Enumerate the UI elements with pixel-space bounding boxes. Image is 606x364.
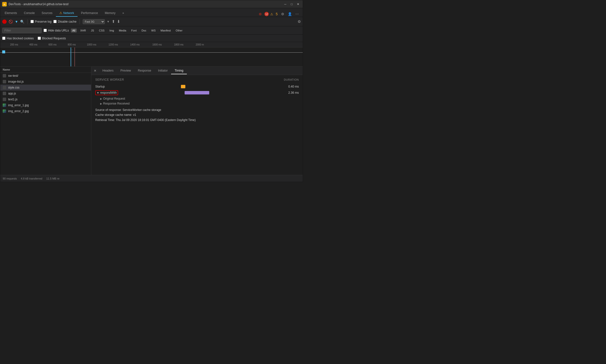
panel-tab-headers-label: Headers	[102, 69, 113, 72]
filter-other[interactable]: Other	[174, 29, 184, 32]
tick-1200: 1200 ms	[109, 43, 118, 46]
file-image-list[interactable]: image-list.js	[0, 79, 91, 85]
tab-console-label: Console	[24, 11, 35, 15]
timing-respondwith-row: ▼ respondWith 2.36 ms	[95, 89, 299, 96]
user-icon[interactable]: 👤	[287, 12, 293, 16]
filter-font[interactable]: Font	[130, 29, 138, 32]
blocked-requests-checkbox[interactable]	[38, 37, 41, 40]
timeline-horiz-line	[0, 52, 303, 53]
file-icon-img-error-2	[3, 109, 6, 113]
filter-bar: Hide data URLs All XHR JS CSS Img Media …	[0, 26, 303, 35]
file-img-error-1[interactable]: img_error_1.jpg	[0, 102, 91, 108]
window-controls: ─ □ ✕	[283, 1, 301, 7]
timeline-dash: -	[72, 48, 73, 51]
tick-1400: 1400 ms	[130, 43, 140, 46]
tab-memory[interactable]: Memory	[101, 10, 119, 17]
hide-data-urls-label[interactable]: Hide data URLs	[44, 29, 69, 32]
filter-all[interactable]: All	[71, 29, 77, 32]
more-icon[interactable]: ⋯	[294, 12, 300, 16]
panel-tab-initiator[interactable]: Initiator	[155, 67, 171, 74]
timing-startup-duration: 0.40 ms	[284, 85, 299, 88]
filter-ws[interactable]: WS	[150, 29, 157, 32]
panel-tab-headers[interactable]: Headers	[99, 67, 117, 74]
timing-retrieval-time: Retrieval Time: Thu Jul 09 2020 18:16:01…	[95, 118, 299, 122]
filter-xhr[interactable]: XHR	[79, 29, 87, 32]
file-text1-js[interactable]: text1.js	[0, 96, 91, 102]
import-icon[interactable]: ⬆	[112, 19, 115, 24]
filter-css[interactable]: CSS	[97, 29, 106, 32]
tab-more-label: »	[122, 11, 124, 15]
preserve-log-label[interactable]: Preserve log	[31, 20, 51, 23]
main-area: Name sw-test/ image-list.js style.css ap…	[0, 67, 303, 175]
tab-bar-right: ⊗ 12 ⚠ 5 ⚙ 👤 ⋯	[256, 11, 302, 17]
has-blocked-cookies-label[interactable]: Has blocked cookies	[2, 37, 34, 40]
stop-icon[interactable]: 🚫	[9, 20, 13, 24]
timing-original-request-chevron: ▶	[100, 97, 102, 100]
timing-respondwith-duration: 2.36 ms	[284, 91, 299, 94]
tab-performance[interactable]: Performance	[78, 10, 101, 17]
file-img-error-2[interactable]: img_error_2.jpg	[0, 108, 91, 114]
timing-startup-bar	[181, 85, 185, 88]
has-blocked-cookies-text: Has blocked cookies	[7, 37, 34, 40]
disable-cache-label[interactable]: Disable cache	[53, 20, 76, 23]
disable-cache-checkbox[interactable]	[53, 20, 57, 23]
filter-img[interactable]: Img	[108, 29, 115, 32]
throttle-select[interactable]: Fast 3G Slow 3G No throttling Offline	[83, 19, 105, 24]
timing-source-of-response: Source of response: ServiceWorker cache …	[95, 107, 299, 112]
tab-network[interactable]: ⚠ Network	[56, 10, 78, 17]
filter-manifest[interactable]: Manifest	[159, 29, 172, 32]
tick-400: 400 ms	[29, 43, 37, 46]
status-bar: 90 requests 4.8 kB transferred 11.5 MB r…	[0, 175, 303, 182]
tab-elements[interactable]: Elements	[1, 10, 20, 17]
tab-performance-label: Performance	[81, 11, 98, 15]
filter-doc[interactable]: Doc	[140, 29, 148, 32]
panel-tab-timing[interactable]: Timing	[171, 67, 187, 74]
tab-more[interactable]: »	[119, 10, 128, 17]
tick-1000: 1000 ms	[87, 43, 96, 46]
timing-response-received-chevron: ▶	[100, 102, 102, 105]
record-button[interactable]	[2, 19, 7, 24]
panel-tab-initiator-label: Initiator	[158, 69, 168, 72]
file-name-app-js: app.js	[8, 92, 16, 95]
file-icon-style-css	[3, 86, 6, 89]
timing-startup-row: Startup 0.40 ms	[95, 84, 299, 89]
filter-input[interactable]	[2, 28, 42, 33]
search-icon[interactable]: 🔍	[20, 20, 24, 24]
file-sw-test[interactable]: sw-test/	[0, 73, 91, 79]
panel-tab-preview-label: Preview	[120, 69, 131, 72]
preserve-log-text: Preserve log	[35, 20, 51, 23]
hide-data-urls-text: Hide data URLs	[48, 29, 69, 32]
minimize-button[interactable]: ─	[283, 1, 288, 7]
file-style-css[interactable]: style.css	[0, 85, 91, 91]
settings-icon[interactable]: ⚙	[280, 12, 285, 16]
panel-tab-timing-label: Timing	[175, 69, 183, 72]
title-bar: D DevTools - anubhamathur14.github.io/sw…	[0, 0, 303, 8]
tab-console[interactable]: Console	[20, 10, 38, 17]
preserve-log-checkbox[interactable]	[31, 20, 34, 23]
maximize-button[interactable]: □	[289, 1, 294, 7]
tab-sources[interactable]: Sources	[38, 10, 56, 17]
panel-tab-preview[interactable]: Preview	[117, 67, 134, 74]
file-name-img-error-1: img_error_1.jpg	[8, 104, 29, 107]
panel-tab-response[interactable]: Response	[134, 67, 155, 74]
filter-js[interactable]: JS	[89, 29, 96, 32]
filter-icon[interactable]: ▼	[15, 20, 18, 24]
transferred-size: 4.8 kB transferred	[21, 177, 42, 180]
respond-with-text: respondWith	[100, 91, 117, 94]
separator-2	[80, 19, 80, 24]
file-app-js[interactable]: app.js	[0, 91, 91, 96]
export-icon[interactable]: ⬇	[117, 19, 120, 24]
file-name-img-error-2: img_error_2.jpg	[8, 109, 29, 113]
panel-close-button[interactable]: ✕	[91, 69, 99, 73]
filter-media[interactable]: Media	[117, 29, 128, 32]
timing-section-header: Service Worker DURATION	[95, 78, 299, 81]
toolbar-settings-icon[interactable]: ⚙	[298, 19, 301, 24]
timing-original-request-row: ▶ Original Request	[95, 96, 299, 101]
close-button[interactable]: ✕	[295, 1, 301, 7]
hide-data-urls-checkbox[interactable]	[44, 29, 47, 32]
blocked-requests-label[interactable]: Blocked Requests	[38, 37, 66, 40]
timing-startup-bar-area	[137, 85, 282, 88]
error-count-badge: 12	[264, 12, 269, 16]
has-blocked-cookies-checkbox[interactable]	[2, 37, 5, 40]
svg-text:D: D	[4, 3, 5, 6]
